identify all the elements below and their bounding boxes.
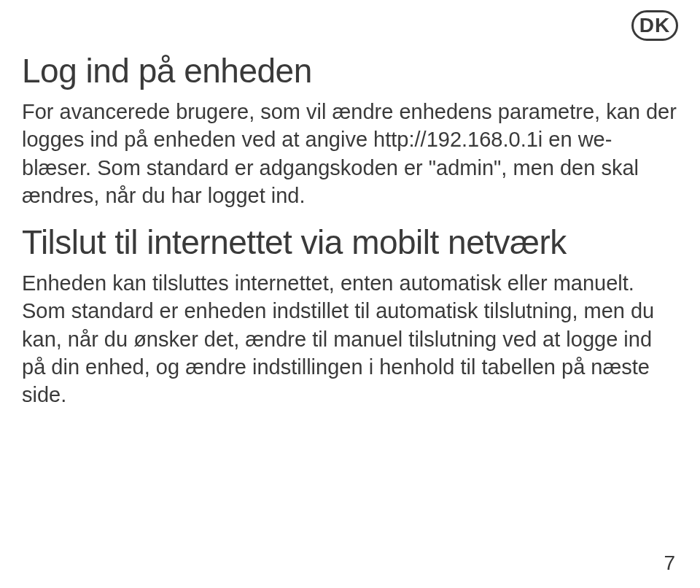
section2-title: Tilslut til internettet via mobilt netvæ… — [22, 209, 678, 262]
document-page: DK Log ind på enheden For avancerede bru… — [0, 0, 700, 588]
language-badge: DK — [631, 10, 678, 41]
page-number: 7 — [664, 552, 675, 575]
section1-title: Log ind på enheden — [22, 0, 678, 90]
section1-body: For avancerede brugere, som vil ændre en… — [22, 98, 678, 209]
language-badge-label: DK — [639, 14, 670, 37]
section2-body: Enheden kan tilsluttes internettet, ente… — [22, 269, 678, 409]
